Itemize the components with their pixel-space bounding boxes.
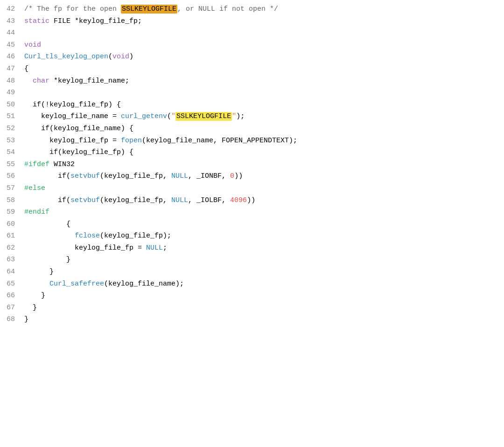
line-number: 58 [0,195,24,206]
code-line-67: 67 } [0,302,504,314]
line-content: char *keylog_file_name; [24,76,497,87]
line-content: keylog_file_fp = NULL; [24,243,497,254]
line-number: 63 [0,254,24,265]
line-content: if(keylog_file_name) { [24,123,497,134]
line-content: if(!keylog_file_fp) { [24,99,497,111]
line-content: /* The fp for the open SSLKEYLOGFILE, or… [24,4,497,15]
line-number: 45 [0,40,24,51]
line-content: } [24,314,497,325]
line-content: } [24,266,497,278]
line-number: 49 [0,87,24,98]
line-content: #else [24,183,497,194]
code-line-47: 47 { [0,63,504,76]
line-number: 47 [0,63,24,75]
line-number: 62 [0,243,24,254]
code-line-61: 61 fclose(keylog_file_fp); [0,230,504,243]
line-content: #endif [24,207,497,218]
line-number: 42 [0,4,24,15]
line-number: 61 [0,230,24,242]
code-line-48: 48 char *keylog_file_name; [0,76,504,88]
line-number: 43 [0,16,24,27]
line-number: 57 [0,183,24,194]
line-content: Curl_tls_keylog_open(void) [24,51,497,63]
code-line-43: 43 static FILE *keylog_file_fp; [0,16,504,28]
line-number: 60 [0,219,24,230]
line-content: if(setvbuf(keylog_file_fp, NULL, _IOLBF,… [24,195,497,206]
code-line-45: 45 void [0,40,504,52]
line-number: 52 [0,123,24,134]
line-content: keylog_file_fp = fopen(keylog_file_name,… [24,135,497,147]
line-number: 55 [0,159,24,170]
line-number: 56 [0,171,24,182]
line-content: keylog_file_name = curl_getenv("SSLKEYLO… [24,111,497,122]
line-content: void [24,40,497,51]
code-line-55: 55 #ifdef WIN32 [0,159,504,171]
code-line-66: 66 } [0,290,504,302]
code-line-46: 46 Curl_tls_keylog_open(void) [0,51,504,63]
line-number: 50 [0,99,24,111]
line-number: 68 [0,314,24,325]
code-line-59: 59 #endif [0,207,504,219]
line-content: { [24,219,497,230]
line-content: if(keylog_file_fp) { [24,147,497,158]
line-content: #ifdef WIN32 [24,159,497,170]
code-line-56: 56 if(setvbuf(keylog_file_fp, NULL, _ION… [0,171,504,183]
line-number: 67 [0,302,24,314]
code-line-49: 49 [0,87,504,99]
code-line-62: 62 keylog_file_fp = NULL; [0,243,504,255]
line-content: fclose(keylog_file_fp); [24,230,497,242]
code-line-51: 51 keylog_file_name = curl_getenv("SSLKE… [0,111,504,123]
line-number: 46 [0,51,24,63]
line-number: 54 [0,147,24,158]
code-viewer: 42 /* The fp for the open SSLKEYLOGFILE,… [0,0,504,447]
line-number: 53 [0,135,24,147]
code-line-68: 68 } [0,314,504,326]
line-content: Curl_safefree(keylog_file_name); [24,279,497,290]
code-line-54: 54 if(keylog_file_fp) { [0,147,504,159]
line-number: 66 [0,290,24,301]
code-line-42: 42 /* The fp for the open SSLKEYLOGFILE,… [0,4,504,16]
line-content: } [24,302,497,314]
line-content: static FILE *keylog_file_fp; [24,16,497,27]
code-line-44: 44 [0,28,504,40]
line-number: 48 [0,76,24,87]
line-number: 65 [0,279,24,290]
line-number: 44 [0,28,24,39]
line-number: 51 [0,111,24,122]
line-content: if(setvbuf(keylog_file_fp, NULL, _IONBF,… [24,171,497,182]
line-content: } [24,290,497,301]
line-number: 64 [0,266,24,278]
code-line-50: 50 if(!keylog_file_fp) { [0,99,504,112]
code-line-60: 60 { [0,219,504,231]
code-line-64: 64 } [0,266,504,279]
code-line-65: 65 Curl_safefree(keylog_file_name); [0,279,504,291]
code-line-58: 58 if(setvbuf(keylog_file_fp, NULL, _IOL… [0,195,504,207]
code-line-53: 53 keylog_file_fp = fopen(keylog_file_na… [0,135,504,147]
line-content: { [24,63,497,75]
code-line-52: 52 if(keylog_file_name) { [0,123,504,135]
line-content: } [24,254,497,265]
code-line-63: 63 } [0,254,504,266]
code-line-57: 57 #else [0,183,504,195]
line-number: 59 [0,207,24,218]
